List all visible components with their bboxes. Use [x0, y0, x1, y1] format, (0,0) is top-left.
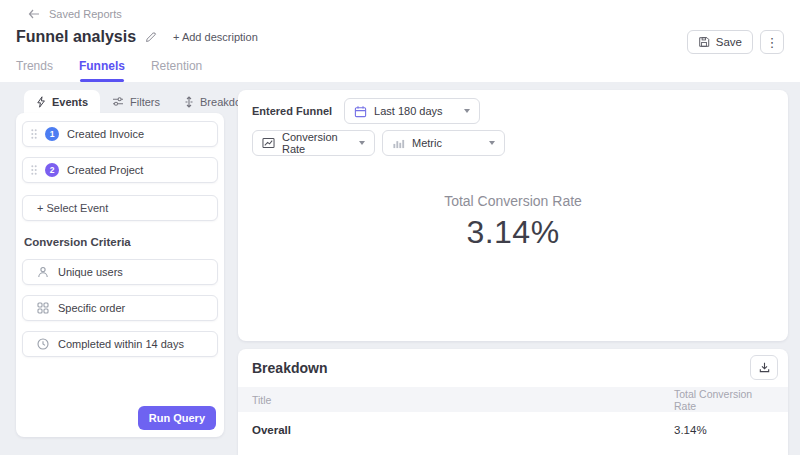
row-title-cell: Overall	[252, 424, 674, 436]
row-value-cell: 3.14%	[674, 424, 774, 436]
title-row: Funnel analysis + Add description	[16, 28, 258, 46]
download-button[interactable]	[750, 355, 778, 380]
header-actions: Save ⋮	[687, 30, 784, 54]
query-builder-panel: 1 Created Invoice 2 Created Project + Se…	[16, 113, 224, 437]
breakdown-table-header: Title Total Conversion Rate	[238, 387, 788, 412]
criteria-counting-method[interactable]: Unique users	[22, 259, 218, 285]
drag-handle-icon[interactable]	[31, 165, 37, 175]
chart-controls: Entered Funnel Last 180 days Conversion …	[238, 90, 788, 156]
breakdown-panel: Breakdown Title Total Conversion Rate Ov…	[238, 349, 788, 455]
measurement-dropdown[interactable]: Conversion Rate	[252, 130, 375, 156]
step-label: Created Invoice	[67, 128, 144, 140]
tab-trends[interactable]: Trends	[16, 59, 53, 82]
date-range-value: Last 180 days	[374, 105, 443, 117]
kpi-value: 3.14%	[238, 214, 788, 251]
run-query-button[interactable]: Run Query	[138, 406, 216, 430]
query-tab-filters[interactable]: Filters	[100, 90, 172, 113]
step-number-badge: 2	[45, 163, 59, 177]
chevron-down-icon	[464, 109, 470, 113]
chart-panel: Entered Funnel Last 180 days Conversion …	[238, 90, 788, 341]
conversion-criteria-heading: Conversion Criteria	[24, 236, 216, 248]
clock-icon	[37, 338, 49, 350]
add-description-button[interactable]: + Add description	[173, 31, 258, 43]
select-event-button[interactable]: + Select Event	[22, 195, 218, 221]
chevron-down-icon	[489, 141, 495, 145]
query-tab-filters-label: Filters	[130, 96, 160, 108]
back-link-label: Saved Reports	[49, 8, 122, 20]
step-label: Created Project	[67, 164, 143, 176]
criteria-label: Unique users	[58, 266, 123, 278]
page-title: Funnel analysis	[16, 28, 136, 46]
bar-chart-icon	[392, 137, 405, 149]
metric-placeholder: Metric	[412, 137, 442, 149]
funnel-step-2[interactable]: 2 Created Project	[22, 157, 218, 183]
kpi-label: Total Conversion Rate	[238, 193, 788, 209]
kebab-icon: ⋮	[766, 35, 779, 50]
metric-dropdown[interactable]: Metric	[382, 130, 505, 156]
criteria-label: Specific order	[58, 302, 125, 314]
lightning-icon	[36, 96, 46, 108]
breakdown-split-icon	[184, 96, 194, 108]
kpi-display: Total Conversion Rate 3.14%	[238, 193, 788, 251]
save-icon	[698, 36, 710, 48]
column-header-value: Total Conversion Rate	[674, 388, 774, 412]
back-link[interactable]: Saved Reports	[28, 8, 122, 20]
query-tab-events-label: Events	[52, 96, 88, 108]
tab-funnels[interactable]: Funnels	[79, 59, 125, 82]
entered-funnel-label: Entered Funnel	[252, 105, 332, 117]
query-builder-tabs: Events Filters Breakdown	[24, 90, 267, 113]
step-number-badge: 1	[45, 127, 59, 141]
tab-retention[interactable]: Retention	[151, 59, 202, 82]
query-tab-events[interactable]: Events	[24, 90, 100, 113]
funnel-step-1[interactable]: 1 Created Invoice	[22, 121, 218, 147]
grid-icon	[37, 302, 49, 314]
breakdown-title: Breakdown	[252, 360, 327, 376]
more-options-button[interactable]: ⋮	[760, 30, 784, 54]
user-icon	[37, 266, 49, 278]
header: Saved Reports Funnel analysis + Add desc…	[0, 0, 800, 82]
criteria-conversion-window[interactable]: Completed within 14 days	[22, 331, 218, 357]
download-icon	[758, 361, 771, 374]
edit-title-icon[interactable]	[145, 31, 157, 43]
chevron-down-icon	[359, 141, 365, 145]
back-arrow-icon	[28, 9, 40, 19]
measurement-value: Conversion Rate	[282, 131, 352, 155]
save-button[interactable]: Save	[687, 30, 753, 54]
line-chart-icon	[262, 137, 275, 149]
table-row: Overall 3.14%	[238, 412, 788, 447]
criteria-label: Completed within 14 days	[58, 338, 184, 350]
date-range-dropdown[interactable]: Last 180 days	[344, 98, 480, 124]
filters-icon	[112, 96, 124, 107]
report-nav-tabs: Trends Funnels Retention	[16, 59, 202, 82]
criteria-order[interactable]: Specific order	[22, 295, 218, 321]
save-button-label: Save	[716, 36, 742, 48]
drag-handle-icon[interactable]	[31, 129, 37, 139]
column-header-title: Title	[252, 394, 674, 406]
calendar-icon	[354, 105, 367, 118]
